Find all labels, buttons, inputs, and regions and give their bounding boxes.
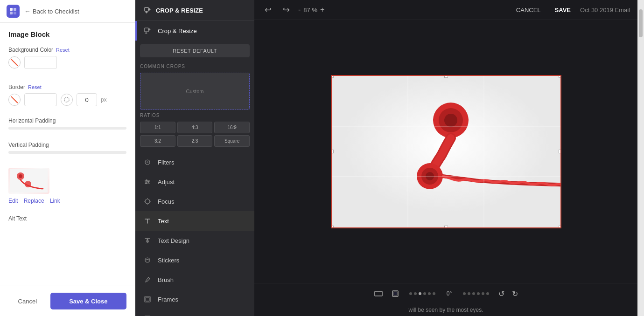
horizontal-padding-label: Horizontal Padding bbox=[8, 117, 126, 124]
dot-r3 bbox=[472, 292, 475, 295]
crop-handle-bl[interactable] bbox=[332, 226, 334, 227]
crop-sidebar-remaining: Filters Adjust Focus Text Text Design bbox=[135, 152, 254, 316]
sidebar-item-text-label: Text bbox=[158, 218, 169, 225]
aspect-ratio-button[interactable] bbox=[372, 287, 385, 300]
back-to-checklist-link[interactable]: Back to Checklist bbox=[33, 8, 79, 15]
date-label: Oct 30 2019 Email bbox=[580, 7, 630, 14]
border-width-input[interactable] bbox=[77, 93, 97, 106]
image-frame[interactable] bbox=[331, 75, 561, 228]
frames-icon bbox=[143, 295, 152, 304]
image-link-link[interactable]: Link bbox=[50, 198, 60, 204]
crop-handle-br[interactable] bbox=[559, 226, 560, 227]
crop-handle-ml[interactable] bbox=[332, 150, 334, 153]
ratio-3-2[interactable]: 3:2 bbox=[140, 135, 175, 147]
horizontal-padding-slider[interactable] bbox=[8, 127, 126, 130]
background-color-reset[interactable]: Reset bbox=[56, 47, 70, 53]
crop-handle-mr[interactable] bbox=[559, 150, 560, 153]
svg-rect-9 bbox=[145, 7, 148, 11]
zoom-value: 87 % bbox=[303, 7, 317, 14]
svg-point-7 bbox=[19, 174, 22, 178]
cancel-button[interactable]: Cancel bbox=[8, 293, 47, 309]
sidebar-item-brush[interactable]: Brush bbox=[135, 270, 254, 289]
ratio-1-1[interactable]: 1:1 bbox=[140, 122, 175, 133]
svg-rect-1 bbox=[14, 8, 16, 11]
ratio-2-3[interactable]: 2:3 bbox=[177, 135, 213, 147]
crop-handle-tl[interactable] bbox=[332, 76, 334, 78]
svg-rect-36 bbox=[393, 292, 397, 295]
dot-2 bbox=[414, 292, 417, 295]
sidebar-item-focus[interactable]: Focus bbox=[135, 192, 254, 211]
canvas-bottom-bar: 0° ↺ ↻ bbox=[254, 283, 637, 304]
border-reset[interactable]: Reset bbox=[28, 84, 42, 90]
sidebar-item-text-design[interactable]: Text Design bbox=[135, 231, 254, 250]
sidebar-item-adjust-label: Adjust bbox=[158, 179, 175, 185]
rotate-cw-button[interactable]: ↻ bbox=[510, 288, 520, 300]
canvas-cancel-button[interactable]: CANCEL bbox=[511, 4, 546, 16]
crop-ratio-grid: 1:1 4:3 16:9 3:2 2:3 Square bbox=[140, 122, 250, 147]
sidebar-item-filters-label: Filters bbox=[158, 159, 174, 166]
svg-point-15 bbox=[145, 182, 147, 184]
left-panel: ← Back to Checklist Image Block Backgrou… bbox=[0, 0, 135, 316]
crop-button[interactable] bbox=[389, 287, 402, 300]
sidebar-item-overlays[interactable]: Overlays bbox=[135, 309, 254, 316]
sidebar-item-frames[interactable]: Frames bbox=[135, 289, 254, 309]
redo-button[interactable]: ↪ bbox=[280, 4, 293, 16]
canvas-area[interactable] bbox=[254, 20, 637, 283]
crop-handle-bm[interactable] bbox=[444, 226, 448, 227]
svg-point-26 bbox=[444, 114, 457, 127]
scroll-thumb[interactable] bbox=[639, 9, 643, 37]
zoom-in-button[interactable]: + bbox=[320, 6, 324, 14]
crop-ratio-section: RATIOS bbox=[140, 113, 250, 118]
image-replace-link[interactable]: Replace bbox=[24, 198, 44, 204]
sidebar-item-adjust[interactable]: Adjust bbox=[135, 172, 254, 192]
dot-r5 bbox=[482, 292, 484, 295]
sidebar-item-stickers[interactable]: Stickers bbox=[135, 250, 254, 270]
canvas-save-button[interactable]: SAVE bbox=[550, 4, 575, 16]
svg-point-8 bbox=[25, 181, 31, 187]
background-color-picker[interactable] bbox=[24, 56, 57, 69]
undo-button[interactable]: ↩ bbox=[262, 4, 274, 16]
vertical-padding-slider[interactable] bbox=[8, 151, 126, 154]
ratio-16-9[interactable]: 16:9 bbox=[214, 122, 250, 133]
border-no-color-swatch[interactable] bbox=[8, 94, 21, 106]
focus-icon bbox=[143, 197, 152, 206]
image-edit-link[interactable]: Edit bbox=[8, 198, 18, 204]
sidebar-item-frames-label: Frames bbox=[158, 296, 178, 303]
ratio-square[interactable]: Square bbox=[214, 135, 250, 147]
crop-resize-icon bbox=[143, 6, 152, 15]
toolbar-left: ↩ ↪ - 87 % + bbox=[262, 4, 324, 16]
svg-rect-0 bbox=[10, 8, 13, 11]
reset-default-button[interactable]: RESET DEFAULT bbox=[140, 44, 250, 57]
dot-5 bbox=[428, 292, 431, 295]
right-scrollbar[interactable] bbox=[637, 0, 644, 316]
sidebar-item-focus-label: Focus bbox=[158, 198, 174, 205]
app-logo[interactable] bbox=[7, 5, 20, 18]
rotate-ccw-button[interactable]: ↺ bbox=[497, 288, 506, 300]
back-arrow-icon: ← bbox=[24, 7, 31, 15]
dots-indicator bbox=[409, 292, 435, 295]
background-color-no-color-swatch[interactable] bbox=[8, 56, 21, 69]
sidebar-item-text-design-label: Text Design bbox=[158, 237, 189, 244]
sidebar-item-text[interactable]: Text bbox=[135, 211, 254, 231]
border-row: px bbox=[8, 93, 126, 106]
ratio-4-3[interactable]: 4:3 bbox=[177, 122, 213, 133]
dot-3 bbox=[419, 292, 421, 295]
image-thumbnail bbox=[8, 168, 49, 194]
border-color-picker[interactable] bbox=[24, 93, 57, 106]
crop-handle-tm[interactable] bbox=[444, 76, 448, 78]
text-icon bbox=[143, 216, 152, 226]
sidebar-item-crop-resize[interactable]: Crop & Resize bbox=[135, 21, 254, 41]
border-style-button[interactable] bbox=[61, 94, 73, 106]
crop-handle-tr[interactable] bbox=[559, 76, 560, 78]
alt-text-label: Alt Text bbox=[0, 213, 135, 224]
background-color-section: Background Color Reset bbox=[0, 42, 135, 79]
sidebar-item-filters[interactable]: Filters bbox=[135, 152, 254, 172]
sidebar-item-stickers-label: Stickers bbox=[158, 257, 179, 264]
save-close-button[interactable]: Save & Close bbox=[50, 293, 126, 309]
dot-6 bbox=[433, 292, 435, 295]
zoom-out-button[interactable]: - bbox=[298, 6, 301, 14]
crop-preview-box[interactable]: Custom bbox=[140, 73, 250, 110]
crop-header-label: CROP & RESIZE bbox=[156, 7, 203, 14]
svg-point-14 bbox=[147, 181, 149, 183]
image-actions: Edit Replace Link bbox=[8, 198, 126, 204]
